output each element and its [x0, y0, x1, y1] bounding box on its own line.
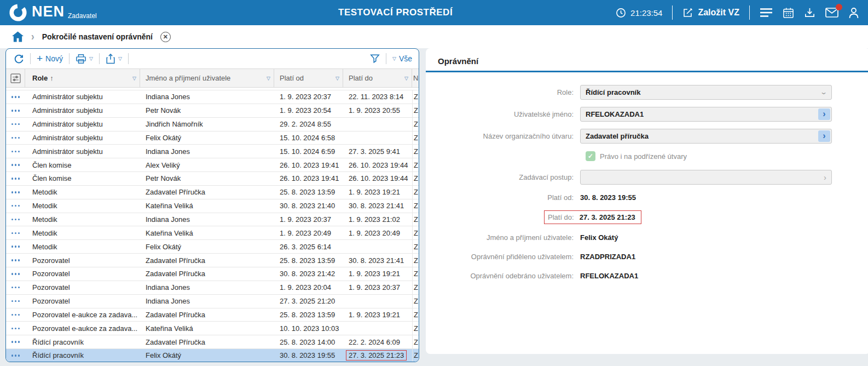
row-menu-icon[interactable]	[6, 110, 25, 112]
table-row[interactable]: Pozorovatel e-aukce za zadava... Kateřin…	[6, 322, 419, 335]
filter-caret-icon[interactable]: ▽	[267, 76, 270, 81]
table-row[interactable]: Pozorovatel Indiana Jones 27. 3. 2025 21…	[6, 295, 419, 308]
create-tender-button[interactable]: Založit VZ	[682, 7, 739, 18]
cell-valid-from: 27. 3. 2025 21:20	[274, 297, 343, 305]
export-button[interactable]: ▽	[106, 54, 122, 64]
table-row[interactable]: Pozorovatel e-aukce za zadava... Zadavat…	[6, 308, 419, 322]
table-row[interactable]: Administrátor subjektu Indiana Jones 15.…	[6, 145, 419, 158]
row-menu-icon[interactable]	[6, 219, 25, 221]
time-text: 21:23:54	[630, 8, 662, 18]
new-button[interactable]: + Nový	[37, 54, 63, 63]
column-header-valid-to[interactable]: Platí do ▽	[343, 69, 412, 87]
table-row[interactable]: Pozorovatel Zadavatel Příručka 25. 8. 20…	[6, 254, 419, 267]
table-row[interactable]: Administrátor subjektu Petr Novák 1. 9. …	[6, 104, 419, 118]
username-field[interactable]: RFELOKAZADA1 ›	[580, 107, 832, 122]
cell-role: Administrátor subjektu	[25, 106, 140, 115]
cell-valid-to: 1. 9. 2023 19:21	[343, 188, 412, 196]
cell-valid-from: 26. 3. 2025 6:14	[274, 243, 343, 251]
row-menu-icon[interactable]	[6, 354, 25, 357]
calendar-icon[interactable]	[783, 7, 794, 19]
row-menu-icon[interactable]	[6, 96, 25, 98]
session-time: 21:23:54	[616, 8, 662, 18]
row-menu-icon[interactable]	[6, 123, 25, 125]
role-select[interactable]: Řídící pracovník ⌄	[580, 85, 832, 100]
home-icon[interactable]	[12, 31, 24, 42]
table-row[interactable]: Metodik Kateřina Veliká 30. 8. 2023 21:4…	[6, 199, 419, 213]
cell-name: Indiana Jones	[140, 93, 274, 101]
print-button[interactable]: ▽	[76, 54, 93, 64]
row-menu-icon[interactable]	[6, 314, 25, 316]
environment-title: TESTOVACÍ PROSTŘEDÍ	[338, 7, 453, 18]
cell-name: Zadavatel Příručka	[140, 270, 274, 278]
cell-valid-to: 27. 3. 2025 9:41	[343, 147, 412, 156]
cell-role: Metodik	[25, 215, 140, 224]
menu-icon[interactable]	[760, 8, 773, 18]
suborg-checkbox[interactable]: ✓	[586, 151, 595, 161]
row-menu-icon[interactable]	[6, 205, 25, 207]
procedure-field[interactable]: ›	[580, 170, 832, 185]
table-row[interactable]: Administrátor subjektu Indiana Jones 1. …	[6, 90, 419, 104]
cell-valid-from: 30. 8. 2023 19:55	[274, 351, 343, 359]
org-unit-field[interactable]: Zadavatel příručka ›	[580, 129, 832, 144]
column-header-name[interactable]: Jméno a příjmení uživatele ▽	[140, 69, 274, 87]
row-menu-icon[interactable]	[6, 328, 25, 330]
table-row[interactable]: Metodik Felix Okátý 26. 3. 2025 6:14 Z	[6, 240, 419, 254]
cell-name: Kateřina Veliká	[140, 229, 274, 237]
cell-name: Petr Novák	[140, 174, 274, 182]
column-chooser-icon[interactable]	[6, 69, 25, 87]
row-menu-icon[interactable]	[6, 300, 25, 302]
table-row[interactable]: Pozorovatel Zadavatel Příručka 30. 8. 20…	[6, 267, 419, 281]
row-menu-icon[interactable]	[6, 273, 25, 275]
mail-icon[interactable]	[825, 8, 838, 18]
table-row[interactable]: Administrátor subjektu Jindřich Námořník…	[6, 118, 419, 131]
table-row[interactable]: Metodik Kateřina Veliká 1. 9. 2023 20:49…	[6, 226, 419, 240]
cell-role: Řídící pracovník	[25, 351, 140, 359]
table-row[interactable]: Člen komise Alex Veliký 26. 10. 2023 19:…	[6, 158, 419, 172]
chevron-right-button[interactable]: ›	[818, 130, 830, 142]
row-menu-icon[interactable]	[6, 191, 25, 193]
table-row[interactable]: Řídící pracovník Felix Okátý 30. 8. 2023…	[6, 349, 419, 362]
cell-valid-from: 25. 8. 2023 13:59	[274, 256, 343, 265]
filter-caret-icon[interactable]: ▽	[404, 76, 408, 81]
row-menu-icon[interactable]	[6, 287, 25, 289]
row-menu-icon[interactable]	[6, 341, 25, 343]
row-menu-icon[interactable]	[6, 232, 25, 235]
column-header-valid-from[interactable]: Platí od ▽	[274, 69, 343, 87]
table-row[interactable]: Pozorovatel Indiana Jones 1. 9. 2023 20:…	[6, 281, 419, 295]
view-all-dropdown[interactable]: ▽ Vše	[392, 54, 412, 63]
cell-clipped: Z	[412, 281, 419, 294]
row-menu-icon[interactable]	[6, 137, 25, 139]
table-row[interactable]: Administrátor subjektu Felix Okátý 15. 1…	[6, 131, 419, 145]
table-row[interactable]: Metodik Indiana Jones 1. 9. 2023 20:37 1…	[6, 213, 419, 227]
revoked-by-label: Oprávnění odebráno uživatelem:	[426, 272, 580, 280]
refresh-button[interactable]	[14, 54, 24, 64]
cell-valid-to: 1. 9. 2023 19:21	[343, 270, 412, 278]
close-tab-icon[interactable]: ✕	[160, 32, 171, 42]
table-row[interactable]: Metodik Zadavatel Příručka 25. 8. 2023 1…	[6, 186, 419, 199]
filter-caret-icon[interactable]: ▽	[335, 76, 339, 81]
user-icon[interactable]	[848, 7, 859, 19]
cell-clipped: Z	[412, 145, 419, 158]
filter-caret-icon[interactable]: ▽	[132, 76, 136, 81]
row-menu-icon[interactable]	[6, 178, 25, 180]
row-menu-icon[interactable]	[6, 151, 25, 153]
cell-clipped: Z	[412, 118, 419, 131]
cell-clipped: Z	[412, 104, 419, 117]
chevron-right-button[interactable]: ›	[818, 108, 830, 120]
username-label: Uživatelské jméno:	[426, 110, 580, 118]
row-menu-icon[interactable]	[6, 164, 25, 166]
table-row[interactable]: Řídící pracovník Zadavatel Příručka 25. …	[6, 335, 419, 349]
cell-clipped: Z	[412, 295, 419, 308]
download-icon[interactable]	[804, 7, 815, 19]
create-tender-label: Založit VZ	[698, 8, 739, 18]
cell-clipped: Z	[412, 240, 419, 253]
toolbar-divider	[69, 53, 70, 64]
table-row[interactable]: Člen komise Petr Novák 26. 10. 2023 19:4…	[6, 172, 419, 186]
column-header-role[interactable]: Role↑ ▽	[25, 69, 140, 87]
cell-valid-from: 25. 8. 2023 13:59	[274, 311, 343, 319]
filter-button[interactable]	[370, 54, 380, 64]
row-menu-icon[interactable]	[6, 259, 25, 261]
row-menu-icon[interactable]	[6, 245, 25, 248]
suborg-checkbox-label: Právo i na podřízené útvary	[600, 152, 687, 161]
nen-logo[interactable]: NEN Zadavatel	[9, 3, 97, 22]
